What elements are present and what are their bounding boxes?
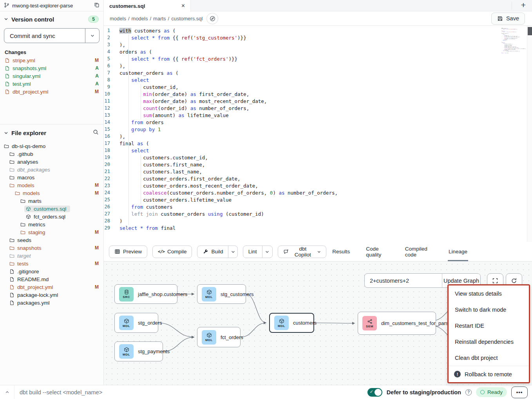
- editor-scrollbar[interactable]: [527, 26, 532, 242]
- preview-button[interactable]: Preview: [109, 246, 147, 258]
- code-line[interactable]: 2 select * from {{ ref('stg_customers')}…: [104, 35, 532, 42]
- code-line[interactable]: 13 sum(amount) as lifetime_value: [104, 112, 532, 119]
- tab-lineage[interactable]: Lineage: [448, 242, 468, 261]
- tree-item-customers-sql[interactable]: customers.sql: [0, 205, 103, 213]
- tree-item-tests[interactable]: testsM: [0, 260, 103, 267]
- search-icon[interactable]: [93, 129, 99, 137]
- breadcrumb-segment[interactable]: marts: [153, 16, 166, 22]
- code-line[interactable]: 8 select: [104, 77, 532, 84]
- code-line[interactable]: 14 from orders: [104, 119, 532, 126]
- tree-item-fct-orders-sql[interactable]: fct_orders.sql: [0, 213, 103, 220]
- open-in-explorer-button[interactable]: [206, 13, 218, 24]
- code-line[interactable]: 11 max(order_date) as most_recent_order_…: [104, 98, 532, 105]
- build-dropdown-arrow[interactable]: [228, 246, 237, 258]
- new-tab-button[interactable]: +: [521, 0, 526, 10]
- lineage-search-input[interactable]: [365, 274, 442, 287]
- breadcrumb-segment[interactable]: models: [132, 16, 148, 22]
- code-line[interactable]: 27 left join customer_orders using (cust…: [104, 211, 532, 218]
- menu-item-reinstall-dependencies[interactable]: Reinstall dependencies: [449, 334, 529, 350]
- code-line[interactable]: 24 coalesce(customer_orders.number_of_or…: [104, 190, 532, 197]
- lint-dropdown-arrow[interactable]: [262, 246, 272, 258]
- tree-item--gitignore[interactable]: .gitignore: [0, 267, 103, 275]
- code-line[interactable]: 1with customers as (: [104, 28, 532, 35]
- tree-item-dbt-project-yml[interactable]: dbt_project.ymlM: [0, 283, 103, 291]
- tree-item-readme-md[interactable]: README.md: [0, 275, 103, 283]
- code-line[interactable]: 7customer_orders as (: [104, 70, 532, 77]
- tree-item-models[interactable]: modelsM: [0, 181, 103, 189]
- lineage-node-fct-orders[interactable]: MDLfct_orders: [197, 327, 241, 347]
- build-button[interactable]: Build: [197, 246, 228, 258]
- tree-item-packages-yml[interactable]: packages.yml: [0, 299, 103, 307]
- code-line[interactable]: 23 customer_orders.most_recent_order_dat…: [104, 183, 532, 190]
- tab-results[interactable]: Results: [331, 242, 351, 261]
- lineage-node-jaffle-shop-customers[interactable]: SRCjaffle_shop.customers: [114, 284, 177, 304]
- scrollbar-thumb[interactable]: [528, 27, 532, 35]
- code-line[interactable]: 9 customer_id,: [104, 84, 532, 91]
- breadcrumb-segment[interactable]: models: [110, 16, 126, 22]
- menu-item-rollback-to-remote[interactable]: ! Rollback to remote: [449, 366, 529, 382]
- menu-item-clean-dbt-project[interactable]: Clean dbt project: [449, 350, 529, 366]
- breadcrumb-segment[interactable]: customers.sql: [171, 16, 203, 22]
- minimap[interactable]: with customers as ( select * from {{ ref…: [501, 28, 526, 55]
- lineage-node-stg-orders[interactable]: MDLstg_orders: [114, 313, 158, 333]
- expand-command-bar-button[interactable]: [0, 385, 14, 399]
- code-line[interactable]: 6),: [104, 63, 532, 70]
- tab-code-quality[interactable]: Code quality: [365, 242, 389, 261]
- change-row[interactable]: dbt_project.ymlM: [0, 88, 103, 96]
- lineage-node-stg-payments[interactable]: MDLstg_payments: [114, 341, 163, 361]
- code-line[interactable]: 12 count(order_id) as number_of_orders,: [104, 105, 532, 112]
- close-tab-icon[interactable]: ×: [181, 3, 185, 9]
- more-options-button[interactable]: •••: [511, 386, 528, 398]
- chevron-down-icon[interactable]: [4, 130, 8, 137]
- command-input[interactable]: dbt build --select <model_name>: [14, 389, 367, 395]
- tab-compiled-code[interactable]: Compiled code: [404, 242, 433, 261]
- lineage-node-dim-customers-test-for-parse[interactable]: SEMdim_customers_test_for_parse: [358, 312, 436, 335]
- code-line[interactable]: 26 from customers: [104, 204, 532, 211]
- tree-item-metrics[interactable]: metrics: [0, 220, 103, 228]
- code-line[interactable]: 10 min(order_date) as first_order_date,: [104, 91, 532, 98]
- tree-item--github[interactable]: .github: [0, 150, 103, 158]
- tree-item-package-lock-yml[interactable]: package-lock.yml: [0, 291, 103, 299]
- tree-item-dbt-packages[interactable]: dbt_packages: [0, 166, 103, 173]
- chevron-down-icon[interactable]: [4, 16, 8, 23]
- lint-button[interactable]: Lint: [243, 246, 262, 258]
- change-row[interactable]: stripe.ymlM: [0, 56, 103, 64]
- change-row[interactable]: singular.ymlA: [0, 72, 103, 80]
- code-line[interactable]: 15 group by 1: [104, 126, 532, 134]
- commit-and-sync-button[interactable]: Commit and sync: [4, 28, 100, 43]
- code-line[interactable]: 4orders as (: [104, 49, 532, 56]
- lineage-node-customers[interactable]: MDLcustomers: [269, 313, 314, 333]
- lineage-node-stg-customers[interactable]: MDLstg_customers: [197, 284, 246, 304]
- code-editor[interactable]: 1with customers as (2 select * from {{ r…: [104, 26, 532, 242]
- tab-customers-sql[interactable]: customers.sql ×: [104, 0, 191, 12]
- code-line[interactable]: 3),: [104, 42, 532, 49]
- tree-item-seeds[interactable]: seeds: [0, 236, 103, 244]
- menu-item-restart-ide[interactable]: Restart IDE: [449, 318, 529, 334]
- code-line[interactable]: 20 customers.first_name,: [104, 162, 532, 169]
- change-row[interactable]: test.ymlA: [0, 80, 103, 88]
- code-line[interactable]: 28): [104, 218, 532, 225]
- compile-button[interactable]: </> Compile: [152, 246, 192, 258]
- code-line[interactable]: 22 customer_orders.first_order_date,: [104, 176, 532, 183]
- defer-toggle[interactable]: ✓: [367, 388, 382, 397]
- tree-item-marts[interactable]: marts: [0, 197, 103, 205]
- tree-item-macros[interactable]: macros: [0, 173, 103, 181]
- menu-item-view-status-details[interactable]: View status details: [449, 285, 529, 302]
- tree-item-db-sl-qs-demo[interactable]: db-sl-qs-demo: [0, 142, 103, 150]
- help-icon[interactable]: ?: [465, 389, 472, 395]
- code-line[interactable]: 25 customer_orders.lifetime_value: [104, 197, 532, 204]
- tree-item-staging[interactable]: stagingM: [0, 228, 103, 236]
- code-line[interactable]: 16),: [104, 134, 532, 141]
- tree-item-snapshots[interactable]: snapshotsM: [0, 244, 103, 252]
- code-line[interactable]: 17final as (: [104, 141, 532, 148]
- code-line[interactable]: 19 customers.customer_id,: [104, 155, 532, 162]
- code-line[interactable]: 18 select: [104, 148, 532, 155]
- code-line[interactable]: 29select * from final: [104, 225, 532, 232]
- copy-icon[interactable]: [94, 2, 100, 9]
- commit-dropdown-arrow[interactable]: [85, 29, 99, 43]
- code-line[interactable]: 21 customers.last_name,: [104, 169, 532, 176]
- status-ready-badge[interactable]: Ready: [476, 387, 507, 397]
- tree-item-target[interactable]: target: [0, 252, 103, 260]
- change-row[interactable]: snapshots.ymlA: [0, 64, 103, 72]
- code-line[interactable]: 5 select * from {{ ref('fct_orders')}}: [104, 56, 532, 63]
